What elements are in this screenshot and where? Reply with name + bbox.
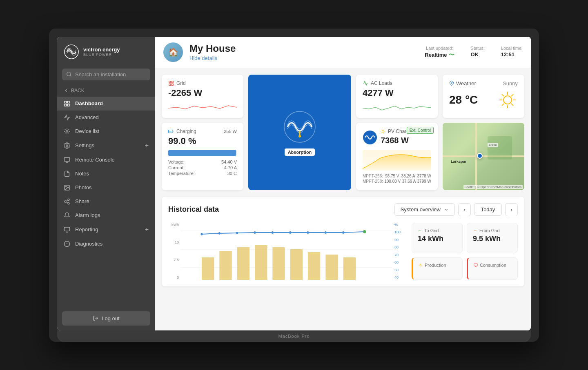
last-updated-group: Last updated: Realtime 〜: [425, 46, 454, 59]
sidebar-item-device-list[interactable]: Device list: [57, 124, 155, 138]
historical-section: Historical data System overview ‹ Today …: [162, 197, 524, 286]
sidebar: victron energy Blue Power BACK Dashboard: [57, 37, 155, 330]
sidebar-item-diagnostics[interactable]: Diagnostics: [57, 237, 155, 251]
realtime-value: Realtime 〜: [425, 51, 454, 59]
consumption-label: Consumption: [474, 263, 512, 268]
remote-console-icon: [64, 157, 70, 163]
chart-area: kWh 10 7.5 5: [168, 223, 405, 280]
map-road-horizontal: [443, 155, 524, 157]
location-icon: [449, 81, 454, 86]
grid-card: Grid -2265 W: [162, 75, 243, 118]
sidebar-item-photos[interactable]: Photos: [57, 181, 155, 195]
svg-point-28: [298, 135, 301, 137]
svg-rect-24: [172, 84, 173, 85]
svg-point-74: [420, 264, 421, 266]
ac-loads-card: AC Loads 4277 W: [356, 75, 438, 118]
battery-temp-row: Temperature: 30 C: [168, 171, 237, 176]
house-title: My House: [189, 43, 418, 54]
system-overview-dropdown[interactable]: System overview: [394, 203, 455, 216]
battery-percent: 99.0 %: [168, 136, 237, 146]
logout-button[interactable]: Log out: [62, 311, 150, 326]
ac-loads-icon: [363, 80, 368, 86]
svg-point-6: [66, 131, 68, 132]
ac-loads-value: 4277 W: [363, 88, 431, 98]
battery-bar-fill: [168, 150, 236, 156]
ac-loads-chart: [363, 100, 431, 112]
grid-sparkline: [168, 100, 237, 112]
svg-line-41: [384, 130, 385, 130]
dashboard-icon: [64, 100, 70, 107]
historical-chart-svg: [180, 223, 393, 280]
svg-rect-3: [67, 101, 69, 103]
diagnostics-icon: [64, 241, 70, 247]
svg-line-14: [66, 202, 68, 203]
laptop-screen: victron energy Blue Power BACK Dashboard: [57, 37, 531, 330]
sidebar-item-advanced[interactable]: Advanced: [57, 111, 155, 124]
status-value: OK: [471, 51, 485, 58]
settings-plus-icon[interactable]: +: [145, 142, 149, 149]
svg-rect-5: [67, 104, 69, 106]
reporting-plus-icon[interactable]: +: [145, 226, 149, 233]
status-label: Status:: [471, 46, 485, 51]
svg-point-72: [342, 231, 344, 234]
sun-icon: [497, 90, 518, 110]
sidebar-item-settings[interactable]: Settings +: [57, 138, 155, 153]
sidebar-item-share[interactable]: Share: [57, 195, 155, 208]
from-grid-value: 9.5 kWh: [473, 235, 512, 243]
historical-header: Historical data System overview ‹ Today …: [168, 203, 518, 216]
last-updated-label: Last updated:: [425, 46, 454, 51]
to-grid-value: 14 kWh: [418, 235, 457, 243]
notes-label: Notes: [75, 171, 89, 177]
pv-mppt-info: MPPT-256: 98.75 V 38.26 A 3778 W MPPT-25…: [363, 174, 431, 184]
svg-rect-56: [219, 251, 232, 280]
svg-line-15: [66, 200, 68, 201]
svg-line-51: [502, 104, 504, 106]
prev-date-button[interactable]: ‹: [458, 203, 471, 216]
svg-rect-57: [237, 247, 249, 280]
share-icon: [64, 198, 70, 205]
stats-panel: ← To Grid 14 kWh → From Grid 9.5: [412, 223, 518, 280]
hide-details-link[interactable]: Hide details: [189, 55, 217, 61]
back-label: BACK: [71, 88, 85, 93]
search-input[interactable]: [75, 71, 146, 78]
svg-rect-55: [202, 257, 214, 280]
header-meta: Last updated: Realtime 〜 Status: OK Loca…: [425, 46, 523, 59]
victron-logo-icon: [64, 44, 79, 60]
svg-rect-60: [290, 249, 303, 280]
sidebar-back-button[interactable]: BACK: [57, 85, 155, 97]
local-time-group: Local time: 12:51: [501, 46, 523, 58]
svg-rect-16: [64, 227, 69, 231]
sidebar-item-dashboard[interactable]: Dashboard: [57, 97, 155, 111]
svg-rect-8: [64, 157, 69, 161]
production-sun-icon: [419, 263, 423, 267]
map-town-label: Larkspur: [451, 160, 467, 164]
dashboard-body: Grid -2265 W: [155, 68, 531, 330]
today-button[interactable]: Today: [474, 203, 502, 216]
weather-card: Weather Sunny 28 °C: [443, 75, 524, 118]
sidebar-item-remote-console[interactable]: Remote Console: [57, 153, 155, 167]
svg-line-78: [422, 266, 422, 267]
battery-icon: [168, 129, 174, 134]
search-installation[interactable]: [62, 69, 150, 80]
sidebar-item-reporting[interactable]: Reporting +: [57, 222, 155, 237]
battery-watts: 255 W: [224, 129, 237, 134]
grid-card-value: -2265 W: [168, 88, 237, 98]
sidebar-item-alarm-logs[interactable]: Alarm logs: [57, 208, 155, 222]
svg-point-71: [325, 231, 327, 234]
svg-point-69: [289, 231, 291, 234]
svg-rect-4: [65, 104, 67, 106]
sidebar-item-notes[interactable]: Notes: [57, 167, 155, 181]
photos-icon: [64, 184, 70, 191]
pv-sparkline: [363, 150, 431, 171]
production-label: Production: [419, 263, 457, 268]
next-date-button[interactable]: ›: [505, 203, 518, 216]
reporting-label: Reporting: [75, 226, 98, 233]
consumption-icon: [474, 263, 478, 267]
production-stat: Production: [412, 257, 463, 280]
svg-rect-61: [308, 252, 320, 280]
svg-point-13: [68, 202, 69, 204]
svg-line-48: [502, 94, 504, 96]
logout-icon: [93, 315, 98, 321]
pv-charger-card: Ext. Control PV Charger: [356, 123, 438, 190]
settings-label: Settings: [75, 142, 94, 148]
